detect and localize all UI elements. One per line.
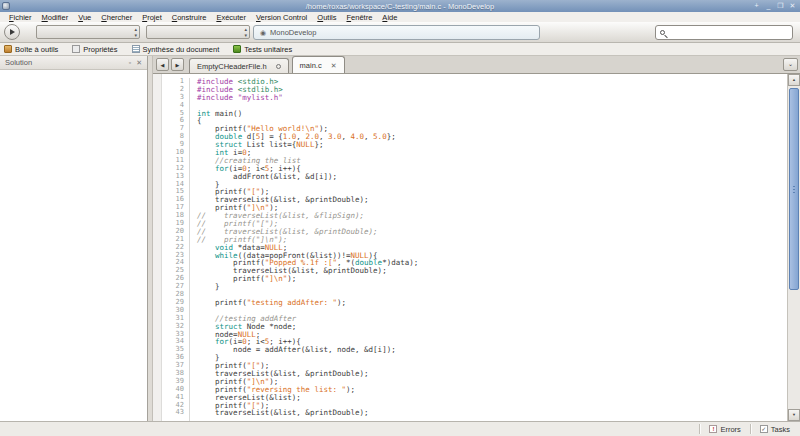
vertical-scrollbar[interactable]: ▲ ▼ — [787, 74, 800, 421]
properties-button[interactable]: Propriétés — [72, 45, 117, 54]
properties-icon — [72, 45, 80, 53]
menu-construire[interactable]: Construire — [167, 13, 212, 22]
minimize-button[interactable]: _ — [764, 0, 773, 11]
solution-pad-title: Solution — [5, 58, 124, 67]
menu-version-control[interactable]: Version Control — [251, 13, 312, 22]
line-number: 5 — [162, 110, 190, 118]
code-line: 35 node = addAfter(&list, node, &d[i]); — [162, 346, 787, 354]
statusbar-separator — [699, 424, 700, 434]
menu-projet[interactable]: Projet — [137, 13, 167, 22]
scroll-down-button[interactable]: ▼ — [788, 409, 800, 421]
editor-body: 1#include <stdio.h>2#include <stdlib.h>3… — [153, 74, 800, 421]
unit-tests-button[interactable]: Tests unitaires — [233, 45, 292, 54]
solution-pad: Solution ▫ ✕ — [0, 56, 148, 421]
main-toolbar: ▴▾ ▴▾ ◉ MonoDevelop — [0, 22, 800, 43]
window-controls: +_❐✕ — [752, 0, 797, 11]
code-line: 5int main() — [162, 110, 787, 118]
menu-chercher[interactable]: Chercher — [96, 13, 137, 22]
status-display: ◉ MonoDevelop — [253, 25, 540, 40]
tab-close-icon[interactable]: ✕ — [331, 62, 337, 69]
tab-scroll-right-button[interactable]: ▶ — [171, 58, 184, 71]
tab-overflow-button[interactable]: ⌄ — [783, 58, 798, 71]
code-line: 43 traverseList(&list, &printDouble); — [162, 409, 787, 417]
code-line: 4 — [162, 102, 787, 110]
menu-modifier[interactable]: Modifier — [37, 13, 74, 22]
tasks-label: Tasks — [771, 425, 790, 434]
menubar: FichierModifierVueChercherProjetConstrui… — [0, 12, 800, 22]
line-number: 8 — [162, 133, 190, 141]
tab-scroll-left-button[interactable]: ◀ — [156, 58, 169, 71]
statusbar: ! Errors ✓ Tasks — [0, 421, 800, 436]
status-text: MonoDevelop — [270, 28, 316, 37]
code-line: 13 addFront(&list, &d[i]); — [162, 173, 787, 181]
scroll-up-button[interactable]: ▲ — [788, 74, 800, 86]
menu-aide[interactable]: Aide — [377, 13, 402, 22]
toolbox-button[interactable]: Boîte à outils — [4, 45, 58, 54]
menu-ex-cuter[interactable]: Exécuter — [211, 13, 251, 22]
errors-icon: ! — [709, 425, 717, 433]
close-button[interactable]: ✕ — [788, 0, 797, 11]
document-outline-button-label: Synthèse du document — [143, 45, 220, 54]
document-outline-button[interactable]: Synthèse du document — [132, 45, 220, 54]
code-line: 3#include "mylist.h" — [162, 94, 787, 102]
line-number: 43 — [162, 409, 190, 417]
errors-button[interactable]: ! Errors — [703, 425, 746, 434]
unit-tests-icon — [233, 45, 241, 53]
tab-nav: ◀ ▶ — [156, 58, 184, 71]
tab-label: main.c — [300, 61, 322, 70]
tab-label: EmptyCHeaderFile.h — [197, 62, 267, 71]
editor-icon-margin — [153, 74, 162, 421]
search-icon — [660, 30, 665, 35]
monodevelop-logo-icon: ◉ — [260, 29, 266, 36]
code-line: 9 struct List list={NULL}; — [162, 141, 787, 149]
line-number: 1 — [162, 78, 190, 86]
line-number: 3 — [162, 94, 190, 102]
pad-close-icon[interactable]: ✕ — [136, 59, 142, 67]
line-number: 7 — [162, 125, 190, 133]
line-number: 4 — [162, 102, 190, 110]
unit-tests-button-label: Tests unitaires — [244, 45, 292, 54]
tab-main-c[interactable]: main.c✕ — [292, 56, 345, 73]
properties-button-label: Propriétés — [83, 45, 117, 54]
document-outline-icon — [132, 45, 140, 53]
tasks-icon: ✓ — [760, 425, 768, 433]
code-area[interactable]: 1#include <stdio.h>2#include <stdlib.h>3… — [162, 74, 787, 421]
menu-fen-tre[interactable]: Fenêtre — [341, 13, 377, 22]
configuration-combo[interactable]: ▴▾ — [36, 25, 140, 39]
menu-outils[interactable]: Outils — [312, 13, 341, 22]
toolbox-button-label: Boîte à outils — [15, 45, 58, 54]
combo-spinner-icon: ▴▾ — [244, 26, 247, 38]
pad-autohide-icon[interactable]: ▫ — [129, 59, 131, 67]
tab-close-icon[interactable] — [276, 64, 281, 69]
editor: ◀ ▶ EmptyCHeaderFile.hmain.c✕ ⌄ 1#includ… — [153, 56, 800, 421]
code-line: 27 } — [162, 283, 787, 291]
statusbar-separator — [750, 424, 751, 434]
menu-fichier[interactable]: Fichier — [4, 13, 37, 22]
scrollbar-thumb[interactable] — [789, 88, 799, 290]
tab-list: EmptyCHeaderFile.hmain.c✕ — [189, 56, 348, 73]
play-icon — [10, 29, 15, 35]
search-input[interactable] — [655, 25, 793, 40]
errors-label: Errors — [720, 425, 740, 434]
solution-pad-header: Solution ▫ ✕ — [0, 56, 147, 70]
line-number: 2 — [162, 86, 190, 94]
toolbox-icon — [4, 45, 12, 53]
run-button[interactable] — [4, 24, 20, 40]
line-number: 6 — [162, 117, 190, 125]
panel-toolbar: Boîte à outilsPropriétésSynthèse du docu… — [0, 43, 800, 56]
tasks-button[interactable]: ✓ Tasks — [754, 425, 796, 434]
solution-tree[interactable] — [0, 70, 147, 421]
combo-spinner-icon: ▴▾ — [134, 26, 137, 38]
menu-vue[interactable]: Vue — [73, 13, 96, 22]
code-line: 29 printf("testing addAfter: "); — [162, 299, 787, 307]
titlebar: /home/roxas/workspace/C-testing/main.c -… — [0, 0, 800, 12]
window-title: /home/roxas/workspace/C-testing/main.c -… — [0, 2, 800, 11]
shade-button[interactable]: + — [752, 0, 761, 11]
tab-emptycheaderfile-h[interactable]: EmptyCHeaderFile.h — [189, 58, 289, 73]
code-line: 26 printf("]\n"); — [162, 275, 787, 283]
tabstrip: ◀ ▶ EmptyCHeaderFile.hmain.c✕ ⌄ — [153, 56, 800, 74]
target-combo[interactable]: ▴▾ — [146, 25, 250, 39]
main-area: Solution ▫ ✕ ◀ ▶ EmptyCHeaderFile.hmain.… — [0, 56, 800, 421]
maximize-button[interactable]: ❐ — [776, 0, 785, 11]
